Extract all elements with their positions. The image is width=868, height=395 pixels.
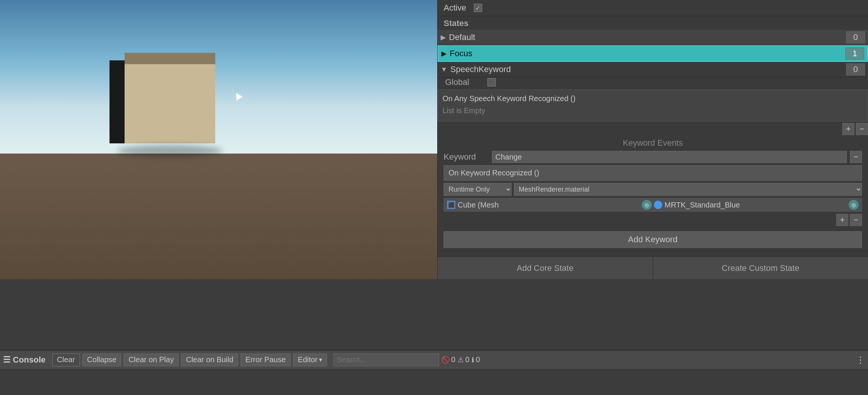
focus-state-arrow: ▶ [441,49,447,58]
on-keyword-title: On Keyword Recognized () [449,169,539,177]
add-core-state-button[interactable]: Add Core State [438,257,653,279]
warning-badge: ⚠ 0 [458,355,469,364]
global-row: Global [438,77,868,87]
keyword-events-area: Keyword Events Keyword − On Keyword Reco… [438,138,868,251]
console-header: ☰ Console Clear Collapse Clear on Play C… [0,350,868,369]
info-badge: ℹ 0 [472,355,480,364]
console-options-button[interactable]: ⋮ [856,355,865,365]
speechkeyword-name: SpeechKeyword [450,65,846,74]
state-row-speechkeyword[interactable]: ▼ SpeechKeyword 0 [438,62,868,77]
keyword-input-row: Keyword − [444,151,862,163]
on-any-speech-title: On Any Speech Keyword Recognized () [442,94,575,103]
keyword-events-add-button[interactable]: + [836,214,848,226]
state-row-default[interactable]: ▶ Default 0 [438,30,868,45]
clear-on-build-button[interactable]: Clear on Build [181,354,238,366]
keyword-events-remove-button[interactable]: − [850,214,862,226]
error-count: 0 [451,355,455,364]
material-color-icon [654,201,662,209]
console-separator-1 [49,355,49,364]
default-state-name: Default [449,32,846,42]
error-badge: 🚫 0 [441,355,455,364]
console-separator-2 [330,355,330,364]
scene-viewport[interactable] [0,0,437,279]
focus-state-value: 1 [845,48,864,60]
global-label: Global [445,77,483,87]
default-state-value: 0 [846,31,865,43]
on-keyword-box: On Keyword Recognized () [444,165,862,181]
inspector-panel: Active ✓ States ▶ Default 0 ▶ Focus 1 ▼ … [437,0,868,279]
material-target-button[interactable]: ◎ [849,200,859,210]
console-title: ☰ Console [3,355,46,365]
console-body [0,369,868,395]
editor-button[interactable]: Editor ▾ [293,354,327,366]
console-panel: ☰ Console Clear Collapse Clear on Play C… [0,350,868,395]
runtime-row: Runtime Only MeshRenderer.material [444,183,862,196]
cube-mesh-name: Cube (Mesh [458,201,640,209]
active-label: Active [444,3,466,13]
cube-mesh-icon: ⬛ [447,201,455,209]
states-section-label: States [438,16,868,28]
default-state-arrow: ▶ [441,33,446,41]
cube-target-button[interactable]: ◎ [642,200,652,210]
keyword-remove-button[interactable]: − [850,151,862,163]
add-keyword-button[interactable]: Add Keyword [444,231,862,248]
focus-state-name: Focus [450,49,845,58]
info-count: 0 [476,355,480,364]
clear-button[interactable]: Clear [52,354,80,366]
speech-add-remove-row: + − [438,123,868,135]
inspector-header: Active ✓ [438,0,868,16]
error-pause-button[interactable]: Error Pause [241,354,291,366]
speech-add-button[interactable]: + [842,123,854,135]
collapse-button[interactable]: Collapse [82,354,122,366]
console-search-input[interactable] [333,354,439,366]
scene-sky [0,0,437,154]
console-title-text: Console [13,355,46,365]
main-area: Active ✓ States ▶ Default 0 ▶ Focus 1 ▼ … [0,0,868,350]
global-checkbox[interactable] [487,78,496,86]
keyword-events-title: Keyword Events [444,138,862,148]
scene-ground [0,154,437,279]
editor-dropdown-arrow: ▾ [319,356,322,363]
clear-on-play-button[interactable]: Clear on Play [123,354,179,366]
active-checkbox[interactable]: ✓ [474,4,482,12]
speech-remove-button[interactable]: − [856,123,868,135]
info-icon: ℹ [472,356,474,364]
object-row[interactable]: ⬛ Cube (Mesh ◎ MRTK_Standard_Blue ◎ [444,198,862,212]
cube-face-top [125,53,215,64]
runtime-select[interactable]: Runtime Only [444,183,512,196]
warning-icon: ⚠ [458,356,464,364]
console-menu-icon[interactable]: ☰ [3,355,11,365]
speechkeyword-arrow: ▼ [441,66,447,74]
cube-face-front [125,60,215,143]
keyword-label: Keyword [444,152,489,162]
list-empty: List is Empty [442,103,863,118]
cube-shadow [117,145,223,157]
keyword-events-add-remove-row: + − [444,214,862,226]
error-icon: 🚫 [441,356,450,364]
keyword-input[interactable] [492,151,847,163]
material-name: MRTK_Standard_Blue [664,201,846,209]
create-custom-state-button[interactable]: Create Custom State [653,257,868,279]
cube-object[interactable] [109,53,208,151]
warning-count: 0 [465,355,469,364]
inspector-spacer [438,251,868,257]
bottom-buttons-area: Add Core State Create Custom State [438,257,868,279]
state-row-focus[interactable]: ▶ Focus 1 [438,45,868,62]
on-any-speech-box: On Any Speech Keyword Recognized () List… [438,89,868,121]
speech-keyword-section: ▼ SpeechKeyword 0 Global On Any Speech K… [438,62,868,251]
mesh-select[interactable]: MeshRenderer.material [514,183,862,196]
speechkeyword-value: 0 [846,63,865,75]
